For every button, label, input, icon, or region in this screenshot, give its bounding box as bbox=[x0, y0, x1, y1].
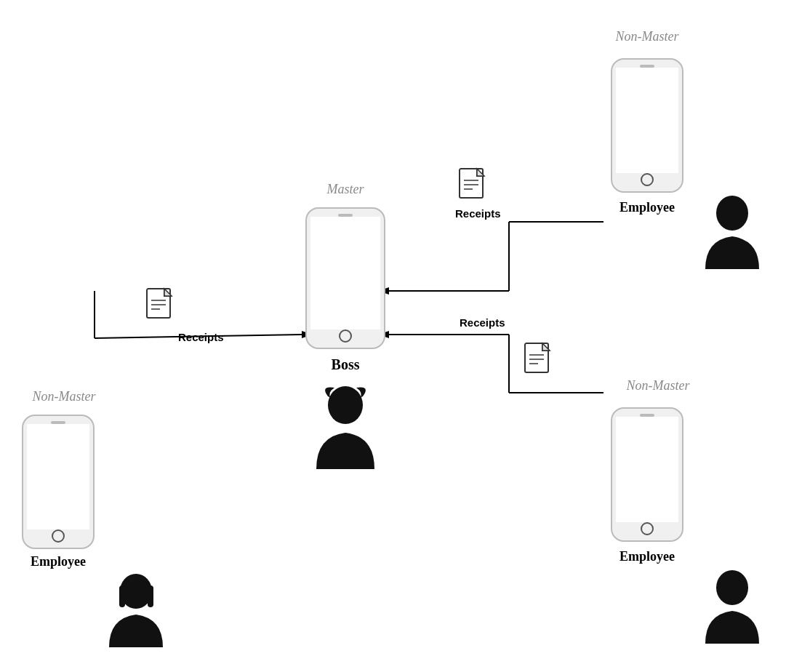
svg-rect-25 bbox=[119, 585, 125, 607]
master-label: Master bbox=[305, 182, 385, 197]
employee-top-right-person bbox=[698, 193, 771, 273]
diagram: Master Boss Non-Master Employee bbox=[0, 0, 794, 672]
employee-bottom-right-label: Employee bbox=[611, 549, 683, 564]
top-right-phone-screen bbox=[616, 68, 678, 173]
employee-left-label: Employee bbox=[22, 554, 95, 569]
left-phone-screen bbox=[27, 424, 89, 529]
boss-label: Boss bbox=[305, 356, 385, 373]
bottom-right-phone bbox=[611, 407, 683, 542]
doc-bottom-right bbox=[524, 342, 554, 381]
nonmaster-left-label: Non-Master bbox=[13, 389, 115, 404]
svg-rect-26 bbox=[148, 585, 153, 607]
doc-left bbox=[145, 287, 176, 327]
receipts-left: Receipts bbox=[178, 331, 224, 343]
left-phone bbox=[22, 415, 95, 549]
boss-person bbox=[298, 378, 393, 473]
svg-point-11 bbox=[328, 386, 363, 424]
receipts-top-right: Receipts bbox=[455, 207, 501, 220]
master-phone-screen bbox=[310, 217, 380, 329]
employee-top-right-label: Employee bbox=[611, 200, 683, 215]
employee-bottom-right-person bbox=[698, 567, 771, 647]
top-right-phone bbox=[611, 58, 683, 193]
svg-point-18 bbox=[716, 570, 748, 605]
master-phone bbox=[305, 207, 385, 349]
employee-left-person bbox=[102, 571, 175, 651]
doc-top-right bbox=[458, 167, 489, 207]
nonmaster-bottom-right-label: Non-Master bbox=[603, 378, 713, 393]
svg-point-12 bbox=[716, 196, 748, 231]
bottom-right-phone-screen bbox=[616, 417, 678, 522]
nonmaster-top-right-label: Non-Master bbox=[596, 29, 698, 44]
receipts-bottom-right: Receipts bbox=[460, 316, 505, 329]
